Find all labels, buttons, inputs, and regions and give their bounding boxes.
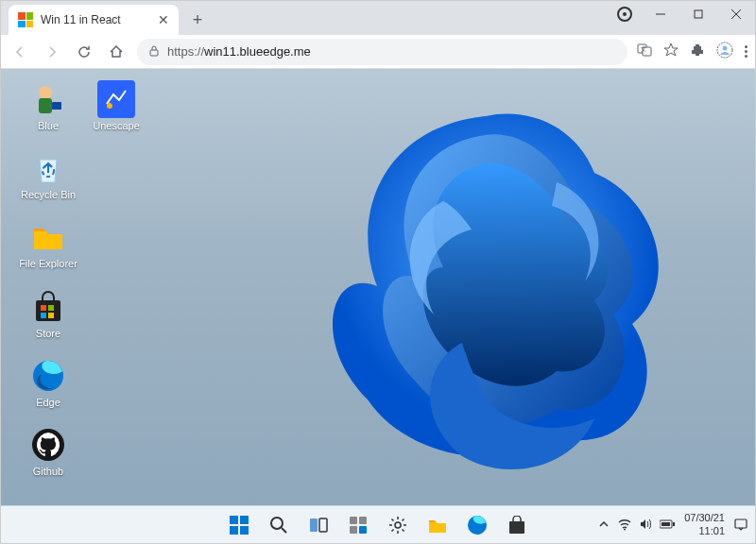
- svg-rect-12: [52, 102, 61, 110]
- desktop-icon-file-explorer[interactable]: File Explorer: [18, 218, 78, 270]
- close-window-button[interactable]: [717, 1, 755, 27]
- svg-point-37: [624, 528, 626, 530]
- start-button[interactable]: [222, 508, 256, 542]
- desktop-icon-edge[interactable]: Edge: [18, 357, 78, 409]
- window-controls: [617, 1, 755, 35]
- tray-chevron-icon[interactable]: [599, 519, 609, 531]
- edge-icon: [29, 357, 67, 395]
- url-text: https://win11.blueedge.me: [167, 44, 311, 59]
- svg-line-27: [282, 528, 286, 533]
- extensions-icon[interactable]: [690, 42, 705, 61]
- recycle-bin-icon: [29, 149, 67, 187]
- svg-rect-29: [319, 518, 327, 532]
- svg-point-26: [271, 518, 283, 529]
- store-button[interactable]: [500, 508, 534, 542]
- svg-rect-28: [310, 518, 318, 532]
- profile-icon[interactable]: [716, 42, 733, 62]
- desktop-icon-label: Blue: [38, 120, 59, 132]
- desktop-icon-label: Github: [33, 466, 63, 478]
- date-text: 07/30/21: [684, 512, 725, 524]
- file-explorer-button[interactable]: [421, 508, 455, 542]
- svg-rect-24: [230, 526, 238, 535]
- svg-rect-41: [735, 519, 747, 528]
- svg-rect-23: [240, 516, 249, 524]
- svg-point-13: [107, 103, 112, 109]
- svg-rect-39: [673, 522, 675, 526]
- svg-rect-36: [509, 521, 524, 534]
- taskbar: 07/30/21 11:01: [1, 505, 755, 543]
- settings-button[interactable]: [381, 508, 415, 542]
- desktop-icons: Blue Unescape Recycle Bin File Explorer …: [18, 80, 146, 478]
- clock[interactable]: 07/30/21 11:01: [684, 512, 725, 536]
- github-icon: [29, 426, 67, 464]
- windows-favicon-icon: [18, 12, 33, 27]
- menu-icon[interactable]: [745, 45, 747, 58]
- svg-rect-30: [350, 517, 357, 524]
- browser-tab[interactable]: Win 11 in React ✕: [9, 5, 179, 35]
- svg-rect-17: [48, 305, 54, 311]
- lock-icon: [148, 43, 160, 60]
- app-tile-icon: [97, 80, 135, 118]
- desktop[interactable]: Blue Unescape Recycle Bin File Explorer …: [1, 69, 755, 505]
- desktop-icon-recycle-bin[interactable]: Recycle Bin: [18, 149, 78, 201]
- reload-button[interactable]: [73, 41, 95, 63]
- browser-toolbar: https://win11.blueedge.me 文: [1, 35, 755, 69]
- browser-titlebar: Win 11 in React ✕ +: [1, 1, 755, 35]
- folder-icon: [29, 218, 67, 256]
- volume-icon[interactable]: [639, 518, 652, 533]
- maximize-button[interactable]: [679, 1, 717, 27]
- desktop-icon-label: Unescape: [93, 120, 140, 132]
- svg-rect-25: [240, 526, 249, 535]
- desktop-icon-label: Recycle Bin: [21, 189, 76, 201]
- edge-button[interactable]: [460, 508, 494, 542]
- bookmark-icon[interactable]: [663, 42, 679, 61]
- battery-icon[interactable]: [660, 519, 675, 531]
- back-button[interactable]: [9, 41, 31, 63]
- svg-point-34: [395, 522, 401, 528]
- svg-rect-18: [41, 313, 46, 318]
- tab-title: Win 11 in React: [41, 13, 150, 26]
- svg-rect-33: [359, 526, 367, 534]
- widgets-button[interactable]: [341, 508, 375, 542]
- svg-rect-11: [39, 98, 52, 113]
- toolbar-right-icons: 文: [637, 42, 747, 62]
- desktop-icon-blue[interactable]: Blue: [18, 80, 78, 132]
- desktop-icon-store[interactable]: Store: [18, 288, 78, 340]
- address-bar[interactable]: https://win11.blueedge.me: [137, 39, 627, 65]
- svg-point-10: [39, 86, 52, 99]
- svg-rect-1: [695, 10, 702, 18]
- desktop-icon-label: File Explorer: [19, 258, 77, 270]
- taskbar-center: [222, 508, 534, 542]
- close-tab-icon[interactable]: ✕: [158, 12, 169, 27]
- svg-rect-31: [359, 517, 367, 524]
- svg-rect-4: [150, 50, 158, 56]
- svg-rect-16: [41, 305, 46, 311]
- notifications-icon[interactable]: [734, 518, 747, 533]
- desktop-icon-github[interactable]: Github: [18, 426, 78, 478]
- store-icon: [29, 288, 67, 326]
- desktop-icon-label: Store: [36, 328, 60, 340]
- svg-point-9: [723, 45, 728, 50]
- forward-button[interactable]: [41, 41, 63, 63]
- svg-text:文: 文: [641, 45, 646, 52]
- svg-rect-32: [350, 526, 357, 534]
- account-icon[interactable]: [617, 7, 632, 22]
- svg-rect-19: [48, 313, 54, 318]
- minimize-button[interactable]: [642, 1, 679, 27]
- translate-icon[interactable]: 文: [637, 42, 652, 61]
- desktop-icon-label: Edge: [36, 397, 60, 409]
- time-text: 11:01: [684, 525, 725, 537]
- person-icon: [29, 80, 67, 118]
- search-button[interactable]: [262, 508, 296, 542]
- svg-rect-22: [230, 516, 238, 524]
- win11-bloom-icon: [273, 78, 698, 484]
- wifi-icon[interactable]: [618, 518, 631, 533]
- task-view-button[interactable]: [301, 508, 335, 542]
- svg-rect-40: [662, 522, 670, 526]
- new-tab-button[interactable]: +: [184, 7, 211, 33]
- desktop-icon-unescape[interactable]: Unescape: [86, 80, 146, 132]
- system-tray: 07/30/21 11:01: [599, 512, 747, 536]
- home-button[interactable]: [105, 41, 128, 63]
